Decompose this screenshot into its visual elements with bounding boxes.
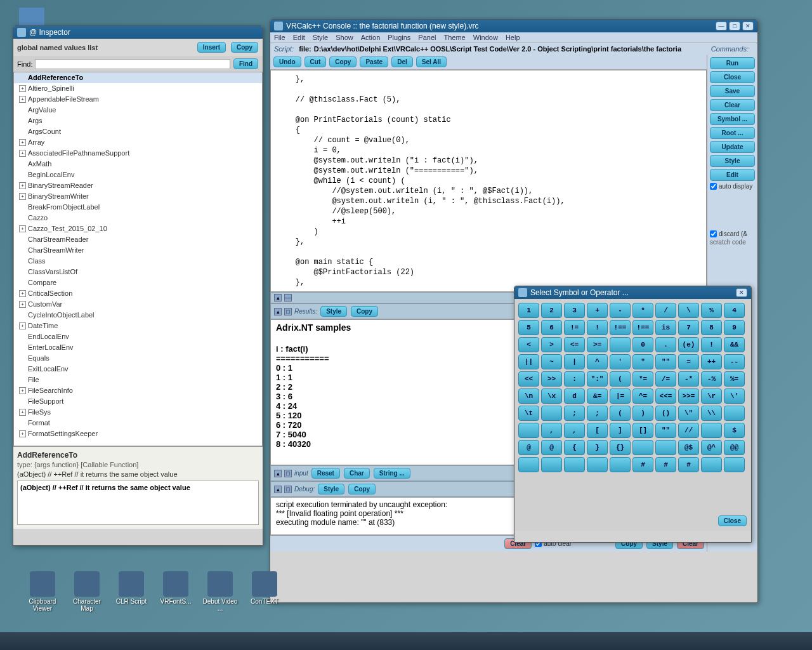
symbol-button[interactable]: [724, 406, 745, 421]
tree-item[interactable]: ArgValue: [14, 105, 262, 116]
desktop-icon[interactable]: ConTEXT: [244, 571, 285, 605]
symbol-button[interactable]: ;: [564, 406, 585, 421]
find-button[interactable]: Find: [233, 58, 258, 69]
collapse-icon[interactable]: ▴: [274, 486, 282, 493]
symbol-button[interactable]: \x: [541, 388, 562, 404]
symbol-button[interactable]: =: [678, 354, 699, 369]
symbol-button[interactable]: -: [610, 303, 631, 318]
symbol-button[interactable]: -%: [701, 371, 722, 387]
symbol-button[interactable]: 9: [724, 320, 745, 335]
symbol-button[interactable]: {}: [610, 440, 631, 455]
symbol-button[interactable]: Symbol ...: [710, 113, 755, 125]
symbol-button[interactable]: (: [610, 406, 631, 421]
tree-item[interactable]: AssociatedFilePathnameSupport: [14, 148, 262, 159]
tree-item[interactable]: Compare: [14, 277, 262, 288]
symbol-button[interactable]: (: [610, 371, 631, 387]
tree-item[interactable]: EnterLocalEnv: [14, 342, 262, 353]
symbol-button[interactable]: ^=: [632, 388, 653, 404]
symbol-button[interactable]: ,: [564, 423, 585, 438]
symbol-button[interactable]: <<=: [655, 388, 676, 404]
symbol-button[interactable]: 1: [518, 303, 539, 318]
symbol-button[interactable]: []: [632, 423, 653, 438]
save-button[interactable]: Save: [710, 85, 755, 97]
tree-item[interactable]: DateTime: [14, 321, 262, 331]
symbol-button[interactable]: [564, 457, 585, 472]
taskbar[interactable]: [0, 632, 812, 650]
symbol-button[interactable]: ": [632, 354, 653, 369]
symbol-button[interactable]: {: [564, 440, 585, 455]
results-copy-button[interactable]: Copy: [351, 306, 378, 317]
symbol-button[interactable]: [541, 406, 562, 421]
symbol-button[interactable]: |=: [610, 388, 631, 404]
symbol-button[interactable]: ': [610, 354, 631, 369]
blank-icon[interactable]: □: [284, 486, 292, 493]
del-button[interactable]: Del: [391, 56, 413, 67]
symbol-button[interactable]: !=: [564, 320, 585, 335]
symbol-button[interactable]: ]: [610, 423, 631, 438]
close-button[interactable]: ✕: [742, 22, 754, 30]
symbol-button[interactable]: ||: [518, 354, 539, 369]
symbol-button[interactable]: #: [632, 457, 653, 472]
tree-item[interactable]: Cazzo_Test_2015_02_10: [14, 223, 262, 234]
symbol-button[interactable]: "": [655, 354, 676, 369]
symbol-close-x[interactable]: ✕: [736, 288, 747, 297]
menu-item-action[interactable]: Action: [361, 34, 381, 41]
symbol-button[interactable]: 2: [541, 303, 562, 318]
menu-item-plugins[interactable]: Plugins: [388, 34, 410, 41]
symbol-button[interactable]: 5: [518, 320, 539, 335]
symbol-button[interactable]: @^: [701, 440, 722, 455]
values-tree[interactable]: AddReferenceToAltiero_SpinelliAppendable…: [13, 72, 263, 446]
symbol-button[interactable]: *=: [632, 371, 653, 387]
symbol-button[interactable]: \r: [701, 388, 722, 404]
symbol-button[interactable]: 8: [701, 320, 722, 335]
tree-item[interactable]: File: [14, 375, 262, 385]
tree-item[interactable]: CriticalSection: [14, 288, 262, 299]
tree-item[interactable]: CycleIntoObjectLabel: [14, 310, 262, 321]
tree-item[interactable]: FormatSettingsKeeper: [14, 428, 262, 439]
symbol-button[interactable]: (): [655, 406, 676, 421]
blank-icon[interactable]: □: [284, 308, 292, 315]
edit-button[interactable]: Edit: [710, 169, 755, 181]
symbol-button[interactable]: "": [655, 423, 676, 438]
tree-item[interactable]: ClassVarsListOf: [14, 267, 262, 277]
desktop-icon[interactable]: Clipboard Viewer: [22, 571, 63, 612]
symbol-button[interactable]: !: [587, 320, 608, 335]
symbol-button[interactable]: //: [678, 423, 699, 438]
style-button[interactable]: Style: [710, 155, 755, 167]
symbol-button[interactable]: /: [655, 303, 676, 318]
symbol-button[interactable]: -*: [678, 371, 699, 387]
symbol-button[interactable]: [: [587, 423, 608, 438]
tree-item[interactable]: EndLocalEnv: [14, 331, 262, 342]
symbol-button[interactable]: \': [724, 388, 745, 404]
symbol-button[interactable]: ,: [541, 423, 562, 438]
blank-icon[interactable]: □: [284, 470, 292, 477]
symbol-button[interactable]: d: [564, 388, 585, 404]
input-reset-button[interactable]: Reset: [311, 468, 340, 479]
copy-button[interactable]: Copy: [329, 56, 357, 67]
selall-button[interactable]: Sel All: [416, 56, 447, 67]
symbol-button[interactable]: <=: [564, 337, 585, 352]
symbol-button[interactable]: [610, 457, 631, 472]
symbol-button[interactable]: @@: [724, 440, 745, 455]
symbol-button[interactable]: ): [632, 406, 653, 421]
collapse-icon[interactable]: ▴: [274, 308, 282, 315]
tree-item[interactable]: CharStreamReader: [14, 234, 262, 245]
tree-item[interactable]: AppendableFileStream: [14, 94, 262, 105]
tree-item[interactable]: Class: [14, 256, 262, 267]
symbol-button[interactable]: \n: [518, 388, 539, 404]
symbol-button[interactable]: (e): [678, 337, 699, 352]
minimize-button[interactable]: —: [716, 22, 727, 30]
symbol-button[interactable]: ":": [587, 371, 608, 387]
cut-button[interactable]: Cut: [304, 56, 327, 67]
symbol-button[interactable]: 6: [541, 320, 562, 335]
undo-button[interactable]: Undo: [273, 56, 301, 67]
close-cmd-button[interactable]: Close: [710, 71, 755, 83]
tree-item[interactable]: Altiero_Spinelli: [14, 83, 262, 94]
tree-item[interactable]: Array: [14, 137, 262, 148]
tree-item[interactable]: ArgsCount: [14, 126, 262, 137]
root-button[interactable]: Root ...: [710, 127, 755, 139]
symbol-button[interactable]: 4: [724, 303, 745, 318]
console-titlebar[interactable]: VRCalc++ Console :: the factorial functi…: [270, 20, 757, 32]
symbol-button[interactable]: [701, 457, 722, 472]
symbol-button[interactable]: is: [655, 320, 676, 335]
